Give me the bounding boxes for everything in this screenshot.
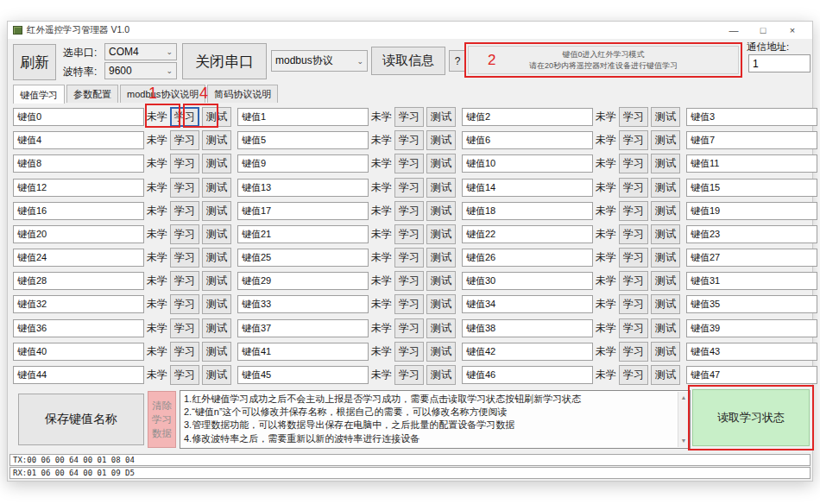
test-button[interactable]: 测试: [651, 224, 680, 244]
key-name-input[interactable]: [13, 295, 144, 313]
read-learning-status-button[interactable]: 读取学习状态: [692, 389, 810, 446]
key-name-input[interactable]: [462, 343, 593, 361]
learn-button[interactable]: 学习: [394, 224, 424, 244]
key-name-input[interactable]: [686, 319, 817, 337]
learn-button[interactable]: 学习: [619, 365, 648, 385]
learn-button[interactable]: 学习: [170, 342, 199, 362]
learn-button[interactable]: 学习: [394, 318, 424, 338]
help-button[interactable]: ?: [449, 50, 466, 72]
learn-button[interactable]: 学习: [170, 154, 199, 173]
key-name-input[interactable]: [237, 131, 369, 149]
key-name-input[interactable]: [462, 202, 593, 220]
key-name-input[interactable]: [462, 108, 593, 126]
key-name-input[interactable]: [237, 272, 369, 290]
close-serial-button[interactable]: 关闭串口: [182, 43, 267, 79]
key-name-input[interactable]: [13, 131, 144, 149]
test-button[interactable]: 测试: [202, 107, 231, 127]
key-name-input[interactable]: [237, 319, 369, 337]
test-button[interactable]: 测试: [426, 154, 456, 173]
baud-select[interactable]: 9600 ⌄: [104, 62, 177, 79]
test-button[interactable]: 测试: [202, 178, 231, 198]
test-button[interactable]: 测试: [202, 342, 231, 362]
key-name-input[interactable]: [13, 249, 144, 267]
learn-button[interactable]: 学习: [394, 107, 424, 127]
learn-button[interactable]: 学习: [170, 294, 199, 314]
key-name-input[interactable]: [686, 225, 817, 243]
test-button[interactable]: 测试: [426, 130, 456, 150]
scroll-down-icon[interactable]: ▼: [681, 437, 687, 445]
key-name-input[interactable]: [237, 202, 369, 220]
learn-button[interactable]: 学习: [394, 248, 424, 268]
learn-button[interactable]: 学习: [619, 294, 648, 314]
key-name-input[interactable]: [237, 108, 369, 126]
port-select[interactable]: COM4 ⌄: [104, 43, 177, 60]
key-name-input[interactable]: [13, 343, 144, 361]
refresh-button[interactable]: 刷新: [13, 44, 56, 80]
test-button[interactable]: 测试: [202, 224, 231, 244]
learn-button[interactable]: 学习: [619, 107, 648, 127]
key-name-input[interactable]: [13, 154, 144, 173]
test-button[interactable]: 测试: [651, 342, 680, 362]
key-name-input[interactable]: [237, 249, 369, 267]
learn-button[interactable]: 学习: [394, 294, 424, 314]
key-name-input[interactable]: [462, 179, 593, 197]
comm-address-input[interactable]: [748, 54, 811, 72]
key-name-input[interactable]: [237, 295, 369, 313]
learn-button[interactable]: 学习: [619, 248, 648, 268]
test-button[interactable]: 测试: [426, 178, 456, 198]
key-name-input[interactable]: [13, 272, 144, 290]
learn-button[interactable]: 学习: [394, 342, 424, 362]
key-name-input[interactable]: [686, 295, 817, 313]
test-button[interactable]: 测试: [651, 154, 680, 173]
key-name-input[interactable]: [462, 272, 593, 290]
tab-parameter-config[interactable]: 参数配置: [66, 85, 118, 103]
test-button[interactable]: 测试: [202, 365, 231, 385]
key-name-input[interactable]: [686, 249, 817, 267]
learn-button[interactable]: 学习: [170, 248, 199, 268]
tab-key-learning[interactable]: 键值学习: [13, 85, 65, 104]
maximize-button[interactable]: □: [748, 22, 778, 38]
test-button[interactable]: 测试: [651, 365, 680, 385]
learn-button[interactable]: 学习: [619, 224, 648, 244]
learn-button[interactable]: 学习: [394, 365, 424, 385]
test-button[interactable]: 测试: [651, 294, 680, 314]
key-name-input[interactable]: [13, 108, 144, 126]
key-name-input[interactable]: [13, 225, 144, 243]
protocol-select[interactable]: modbus协议 ⌄: [271, 50, 368, 72]
learn-button[interactable]: 学习: [394, 271, 424, 291]
close-button[interactable]: ×: [778, 22, 807, 38]
key-name-input[interactable]: [686, 179, 817, 197]
key-name-input[interactable]: [462, 131, 593, 149]
key-name-input[interactable]: [686, 154, 817, 173]
learn-button[interactable]: 学习: [170, 318, 199, 338]
key-name-input[interactable]: [686, 343, 817, 361]
learn-button[interactable]: 学习: [170, 178, 199, 198]
test-button[interactable]: 测试: [651, 271, 680, 291]
learn-button[interactable]: 学习: [170, 365, 199, 385]
key-name-input[interactable]: [462, 366, 593, 384]
test-button[interactable]: 测试: [426, 271, 456, 291]
key-name-input[interactable]: [237, 225, 369, 243]
learn-button[interactable]: 学习: [394, 201, 424, 221]
test-button[interactable]: 测试: [651, 201, 680, 221]
key-name-input[interactable]: [462, 225, 593, 243]
key-name-input[interactable]: [13, 319, 144, 337]
test-button[interactable]: 测试: [202, 201, 231, 221]
learn-button[interactable]: 学习: [619, 318, 648, 338]
test-button[interactable]: 测试: [426, 294, 456, 314]
learn-button[interactable]: 学习: [170, 271, 199, 291]
test-button[interactable]: 测试: [426, 224, 456, 244]
test-button[interactable]: 测试: [651, 318, 680, 338]
learn-button[interactable]: 学习: [170, 224, 199, 244]
test-button[interactable]: 测试: [426, 318, 456, 338]
test-button[interactable]: 测试: [651, 130, 680, 150]
learn-button[interactable]: 学习: [619, 201, 648, 221]
learn-button[interactable]: 学习: [619, 271, 648, 291]
test-button[interactable]: 测试: [426, 342, 456, 362]
test-button[interactable]: 测试: [202, 294, 231, 314]
learn-button[interactable]: 学习: [619, 178, 648, 198]
test-button[interactable]: 测试: [202, 271, 231, 291]
learn-button[interactable]: 学习: [619, 342, 648, 362]
key-name-input[interactable]: [462, 319, 593, 337]
minimize-button[interactable]: —: [719, 22, 748, 38]
